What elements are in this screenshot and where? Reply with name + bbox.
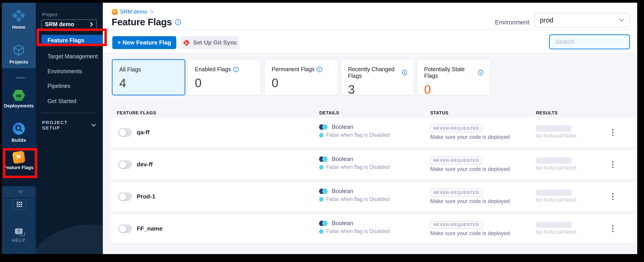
page-title: Feature Flags (112, 17, 172, 28)
annotation-box-feature-flags-menu-item (36, 28, 107, 46)
status-badge: NEVER-REQUESTED (430, 157, 482, 164)
flag-default-rule: False when flag is Disabled (319, 228, 390, 234)
column-header-results: RESULTS (536, 110, 558, 116)
stat-card-all-flags[interactable]: All Flags 4 (112, 59, 185, 96)
flag-type: Boolean (319, 156, 353, 162)
results-label: NO EVALUATIONS (536, 166, 577, 171)
module-projects[interactable]: Projects (2, 44, 36, 65)
search-box (549, 34, 630, 49)
info-icon[interactable]: i (317, 67, 322, 72)
status-note: Make sure your code is deployed (430, 198, 510, 204)
column-header-details: DETAILS (319, 110, 339, 116)
module-deployments-label: Deployments (2, 103, 36, 108)
results-placeholder-bar (536, 222, 572, 228)
collapse-chevron-icon[interactable] (18, 190, 24, 194)
flag-table-row[interactable]: FF_name Boolean False when flag is Disab… (111, 214, 636, 243)
column-header-status: STATUS (430, 110, 448, 116)
sidebar-divider (41, 112, 97, 113)
module-builds-label: Builds (2, 138, 36, 143)
sidebar-item-target-management[interactable]: Target Management (41, 51, 103, 62)
stat-card-recently-changed-flags[interactable]: Recently Changed Flagsi 3 (341, 59, 414, 96)
help-button[interactable]: ? HELP (2, 228, 36, 243)
builds-icon (13, 122, 25, 135)
flag-type: Boolean (319, 220, 353, 227)
flag-name: dev-ff (137, 161, 153, 168)
chevron-down-icon (91, 124, 96, 127)
rail-divider (16, 77, 25, 78)
flag-breadcrumb-icon: ⚑ (112, 8, 118, 15)
git-sync-label: Set Up Git Sync (193, 39, 237, 46)
variation-dot-icon (319, 133, 324, 138)
results-placeholder-bar (536, 190, 572, 196)
sidebar-decorative-swoosh (36, 217, 103, 254)
stat-card-potentially-stale-flags[interactable]: Potentially Stale Flagsi 0 (417, 59, 490, 96)
new-feature-flag-button[interactable]: + New Feature Flag (112, 36, 176, 49)
flag-enable-toggle[interactable] (118, 224, 132, 233)
project-setup-toggle[interactable]: PROJECT SETUP (42, 120, 96, 131)
flag-enable-toggle[interactable] (118, 160, 132, 169)
column-header-feature-flags: FEATURE FLAGS (117, 110, 156, 116)
search-input[interactable] (555, 38, 635, 46)
project-name: SRM demo (45, 21, 90, 28)
status-badge: NEVER-REQUESTED (430, 221, 482, 228)
flag-default-rule: False when flag is Disabled (319, 164, 390, 170)
info-icon[interactable]: i (478, 70, 483, 75)
project-selector[interactable]: SRM demo (41, 20, 97, 29)
info-icon[interactable]: i (233, 67, 238, 72)
sidebar-item-environments[interactable]: Environments (41, 66, 103, 77)
variation-dot-icon (319, 197, 324, 202)
recently-changed-flags-count: 3 (348, 82, 407, 96)
results-label: NO EVALUATIONS (536, 198, 577, 203)
results-label: NO EVALUATIONS (536, 133, 577, 138)
row-menu-kebab-icon[interactable] (608, 128, 617, 137)
flag-enable-toggle[interactable] (118, 192, 132, 201)
annotation-box-feature-flags-module (3, 148, 37, 178)
boolean-type-icon (319, 188, 329, 195)
results-placeholder-bar (536, 126, 572, 132)
module-builds[interactable]: Builds (2, 122, 36, 143)
flag-name: qa-ff (137, 129, 149, 136)
sidebar-item-get-started[interactable]: Get Started (41, 96, 103, 106)
status-badge: NEVER-REQUESTED (430, 124, 482, 132)
title-info-icon[interactable]: i (175, 19, 181, 25)
row-menu-kebab-icon[interactable] (608, 160, 617, 169)
flag-table-row[interactable]: qa-ff Boolean False when flag is Disable… (111, 118, 636, 147)
project-setup-label: PROJECT SETUP (42, 120, 86, 131)
module-home[interactable]: Home (2, 10, 36, 30)
flag-name: FF_name (137, 225, 162, 232)
flag-enable-toggle[interactable] (118, 128, 132, 137)
flag-name: Prod-1 (137, 193, 155, 200)
environment-label: Environment (495, 19, 529, 26)
permanent-flags-count: 0 (272, 76, 330, 90)
module-rail: Home Projects ∞ Deployments Builds ⚑ (2, 3, 36, 254)
flag-table-row[interactable]: Prod-1 Boolean False when flag is Disabl… (111, 182, 636, 211)
status-note: Make sure your code is deployed (430, 134, 510, 140)
page-title-row: Feature Flags i (112, 17, 181, 28)
boolean-type-icon (319, 124, 329, 130)
git-icon (182, 39, 190, 46)
module-home-label: Home (2, 24, 36, 30)
breadcrumb-project-link[interactable]: SRM demo (120, 8, 147, 15)
breadcrumb-separator-icon: > (150, 8, 154, 15)
flag-table-row[interactable]: dev-ff Boolean False when flag is Disabl… (111, 150, 636, 179)
info-icon[interactable]: i (402, 70, 407, 75)
flag-default-rule: False when flag is Disabled (319, 196, 390, 202)
environment-dropdown[interactable]: prod (534, 13, 630, 27)
set-up-git-sync-button[interactable]: Set Up Git Sync (181, 36, 239, 49)
all-flags-count: 4 (119, 76, 178, 90)
header-divider (111, 30, 636, 30)
row-menu-kebab-icon[interactable] (608, 224, 617, 233)
stat-card-permanent-flags[interactable]: Permanent Flagsi 0 (264, 59, 338, 96)
status-note: Make sure your code is deployed (430, 230, 510, 236)
boolean-type-icon (319, 156, 329, 162)
results-label: NO EVALUATIONS (536, 230, 577, 235)
flag-default-rule: False when flag is Disabled (319, 132, 390, 138)
module-deployments[interactable]: ∞ Deployments (2, 90, 36, 108)
module-grid-button[interactable] (12, 199, 26, 210)
main-content: ⚑ SRM demo > Feature Flags i Environment… (103, 3, 637, 254)
stat-card-enabled-flags[interactable]: Enabled Flagsi 0 (188, 59, 261, 96)
row-menu-kebab-icon[interactable] (608, 192, 617, 201)
help-chat-icon: ? (15, 228, 22, 234)
sidebar-item-pipelines[interactable]: Pipelines (41, 80, 103, 91)
results-placeholder-bar (536, 158, 572, 164)
